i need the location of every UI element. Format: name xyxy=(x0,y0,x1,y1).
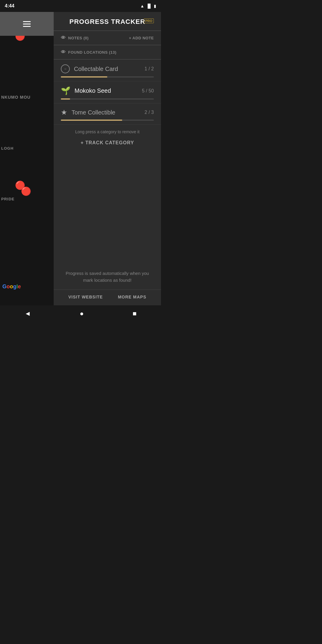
mokoko-icon: 🌱 xyxy=(61,86,70,95)
wifi-icon: ▲ xyxy=(140,4,144,8)
category-mokoko-row: 🌱 Mokoko Seed 5 / 50 xyxy=(61,86,154,95)
category-card-progress: 1 / 2 xyxy=(145,66,154,72)
card-icon: ○ xyxy=(61,64,70,73)
panel-title: PROGRESS TRACKER xyxy=(69,18,145,25)
card-progress-bar-fill xyxy=(61,76,107,78)
category-tome-progress: 2 / 3 xyxy=(145,110,154,115)
hint-text: Long press a category to remove it xyxy=(54,125,161,137)
tome-progress-bar-fill xyxy=(61,120,122,121)
auto-save-text: Progress is saved automatically when you… xyxy=(54,264,161,290)
category-tome-name: Tome Collectible xyxy=(72,109,140,116)
home-button[interactable]: ● xyxy=(78,307,86,320)
recents-button[interactable]: ■ xyxy=(130,307,139,320)
card-progress-bar-bg xyxy=(61,76,154,78)
panel-header: PROGRESS TRACKER PRO xyxy=(54,12,161,31)
menu-button[interactable] xyxy=(0,12,54,36)
hamburger-icon xyxy=(23,21,31,27)
category-mokoko-seed[interactable]: 🌱 Mokoko Seed 5 / 50 xyxy=(54,81,161,103)
found-locations-row[interactable]: 👁 FOUND LOCATIONS (13) xyxy=(54,45,161,59)
spacer xyxy=(54,151,161,264)
status-bar: 4:44 ▲ ▐▌ ▮ xyxy=(0,0,161,12)
notes-row: 👁 NOTES (0) + ADD NOTE xyxy=(54,31,161,45)
visit-website-button[interactable]: VISIT WEBSITE xyxy=(68,295,103,299)
category-card-name: Collectable Card xyxy=(74,66,140,72)
progress-tracker-panel: PROGRESS TRACKER PRO 👁 NOTES (0) + ADD N… xyxy=(54,12,161,305)
category-mokoko-progress: 5 / 50 xyxy=(142,88,154,94)
back-button[interactable]: ◄ xyxy=(22,307,33,320)
eye-icon-notes: 👁 xyxy=(61,35,66,41)
signal-icon: ▐▌ xyxy=(146,4,152,8)
notes-label: NOTES (0) xyxy=(68,36,89,40)
map-label-logh: LOGH xyxy=(0,146,14,151)
google-logo: Google xyxy=(2,284,21,290)
battery-icon: ▮ xyxy=(154,4,156,8)
eye-icon-locations: 👁 xyxy=(61,49,66,55)
map-label-nkumo: NKUMO MOU xyxy=(0,95,30,100)
notes-label-container[interactable]: 👁 NOTES (0) xyxy=(61,35,89,41)
map-label-pride: PRIDE xyxy=(0,197,15,201)
map-background: 🔴 🔴 NKUMO MOU LOGH 🔴 🔴 PRIDE xyxy=(0,0,60,322)
pro-badge: PRO xyxy=(144,18,154,23)
tome-progress-bar-bg xyxy=(61,120,154,121)
status-time: 4:44 xyxy=(5,3,14,9)
category-mokoko-name: Mokoko Seed xyxy=(75,87,138,94)
found-locations-label: FOUND LOCATIONS (13) xyxy=(68,50,117,55)
map-marker-4: 🔴 xyxy=(21,186,31,196)
bottom-buttons: VISIT WEBSITE MORE MAPS xyxy=(54,290,161,305)
add-note-button[interactable]: + ADD NOTE xyxy=(129,36,154,40)
mokoko-progress-bar-fill xyxy=(61,98,70,100)
category-collectable-card[interactable]: ○ Collectable Card 1 / 2 xyxy=(54,60,161,81)
star-icon: ★ xyxy=(61,108,67,117)
category-tome-collectible[interactable]: ★ Tome Collectible 2 / 3 xyxy=(54,103,161,125)
category-card-row: ○ Collectable Card 1 / 2 xyxy=(61,64,154,73)
mokoko-progress-bar-bg xyxy=(61,98,154,100)
status-icons: ▲ ▐▌ ▮ xyxy=(140,4,156,8)
category-tome-row: ★ Tome Collectible 2 / 3 xyxy=(61,108,154,117)
track-category-button[interactable]: + TRACK CATEGORY xyxy=(54,137,161,151)
nav-bar: ◄ ● ■ xyxy=(0,305,161,322)
more-maps-button[interactable]: MORE MAPS xyxy=(118,295,146,299)
